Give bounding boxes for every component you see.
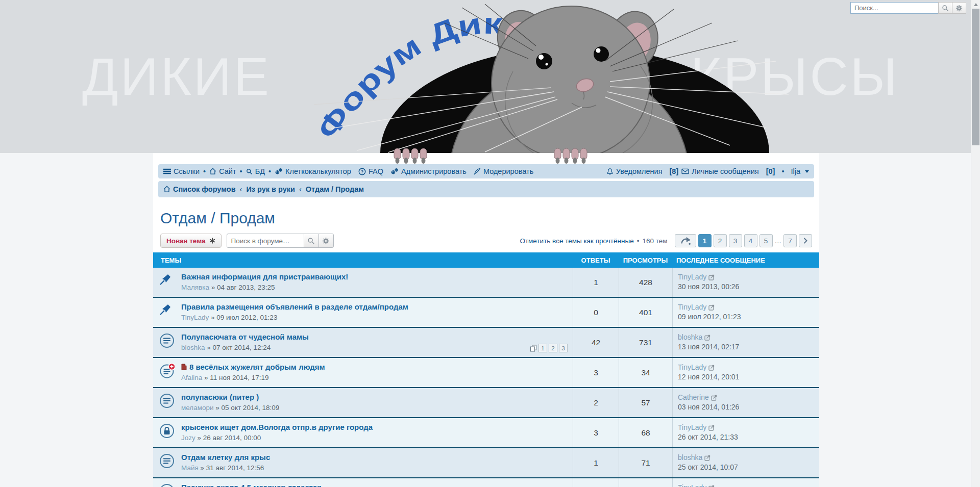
bell-icon [606, 168, 614, 175]
nav-faq[interactable]: ?FAQ [358, 167, 383, 175]
last-post-author-link[interactable]: bloshka [678, 453, 702, 462]
page-jump-button[interactable] [675, 234, 696, 247]
forum-search-input[interactable] [227, 234, 304, 248]
gear-icon [955, 5, 963, 12]
nav-site[interactable]: Сайт [209, 167, 236, 175]
topic-title-link[interactable]: Отдам клетку для крыс [181, 452, 270, 462]
global-search-button[interactable] [938, 2, 952, 14]
goto-last-post-icon[interactable] [704, 333, 711, 341]
topic-title-link[interactable]: Важная информация для пристраивающих! [181, 272, 348, 281]
goto-last-post-icon[interactable] [708, 483, 715, 487]
topic-list-header: ТЕМЫ ОТВЕТЫ ПРОСМОТРЫ ПОСЛЕДНЕЕ СООБЩЕНИ… [153, 252, 819, 268]
replies-count: 42 [573, 328, 619, 357]
topic-author-link[interactable]: TinyLady [181, 314, 209, 321]
nav-private-messages[interactable]: Личные сообщения [0] [681, 167, 775, 175]
forum-search-button[interactable] [304, 234, 319, 248]
last-post-author-link[interactable]: Catherine [678, 393, 709, 401]
topic-author-link[interactable]: Малявка [181, 284, 209, 291]
user-menu[interactable]: Ilja [791, 167, 809, 175]
topic-meta: Майя » 31 авг 2014, 12:56 [181, 464, 270, 472]
goto-last-post-icon[interactable] [708, 303, 715, 311]
topic-page-link[interactable]: 1 [538, 344, 547, 352]
last-post-author-link[interactable]: TinyLady [678, 303, 706, 311]
quill-icon [474, 168, 481, 175]
topic-author-link[interactable]: меламори [181, 404, 214, 412]
nav-administer[interactable]: Администрировать [390, 167, 467, 175]
new-topic-button[interactable]: Новая тема [160, 234, 222, 248]
table-row: Пасючка около 4,5 месяцев отдается TinyL… [153, 478, 819, 487]
last-post-date: 30 ноя 2013, 00:26 [678, 283, 739, 291]
goto-last-post-icon[interactable] [704, 453, 711, 462]
goto-last-post-icon[interactable] [711, 393, 718, 401]
question-icon: ? [358, 168, 366, 175]
pagination: 1 2 3 4 5 … 7 [675, 234, 813, 247]
page-number[interactable]: 3 [729, 234, 742, 247]
nav-moderate[interactable]: Модерировать [474, 167, 533, 175]
breadcrumb-separator: ‹ [240, 185, 242, 193]
breadcrumb: Список форумов ‹ Из рук в руки ‹ Отдам /… [158, 181, 814, 197]
views-count: 401 [619, 298, 672, 327]
search-icon [942, 5, 949, 12]
global-search-options-button[interactable] [952, 2, 966, 14]
last-post-author-link[interactable]: TinyLady [678, 273, 706, 281]
topic-page-link[interactable]: 3 [559, 344, 568, 352]
svg-text:?: ? [361, 169, 363, 174]
global-search-input[interactable] [850, 2, 939, 14]
topic-author-link[interactable]: Jozy [181, 434, 195, 442]
breadcrumb-current-forum[interactable]: Отдам / Продам [306, 185, 364, 193]
pages-icon [530, 345, 537, 352]
last-post-author-link[interactable]: bloshka [678, 333, 702, 341]
scroll-up-arrow-icon[interactable] [971, 0, 980, 9]
next-page-button[interactable] [799, 234, 812, 247]
replies-count: 2 [573, 388, 619, 417]
topic-title-link[interactable]: 8 весёлых жужелят добрым людям [181, 362, 325, 372]
page-number-current[interactable]: 1 [698, 234, 712, 247]
table-row: Правила размещения объявлений в разделе … [153, 298, 819, 328]
topic-title-link[interactable]: крысенок ищет дом.Вологда отпр.в другие … [181, 422, 373, 432]
gears-icon [275, 168, 283, 175]
global-search [850, 2, 966, 14]
topic-author-link[interactable]: bloshka [181, 344, 205, 351]
page-number[interactable]: 2 [714, 234, 727, 247]
nav-notifications[interactable]: Уведомления [8] [606, 167, 678, 175]
topic-title-link[interactable]: Пасючка около 4,5 месяцев отдается [181, 482, 322, 487]
topic-title-link[interactable]: Полупасючата от чудесной мамы [181, 332, 309, 342]
nav-separator: • [268, 167, 271, 175]
table-row: крысенок ищет дом.Вологда отпр.в другие … [153, 418, 819, 448]
goto-last-post-icon[interactable] [708, 273, 715, 281]
goto-last-post-icon[interactable] [708, 423, 715, 431]
nav-separator: • [240, 167, 242, 175]
topic-author-link[interactable]: Afalina [181, 374, 202, 381]
topic-title-link[interactable]: полупасюки (питер ) [181, 392, 279, 402]
nav-db[interactable]: БД [246, 167, 265, 175]
chevron-down-icon [805, 170, 809, 173]
goto-last-post-icon[interactable] [708, 363, 715, 371]
page-number[interactable]: 4 [744, 234, 757, 247]
topic-icon [159, 453, 175, 469]
scrollbar-thumb[interactable] [972, 9, 979, 145]
nav-links[interactable]: Ссылки [163, 167, 200, 175]
breadcrumb-parent-forum[interactable]: Из рук в руки [246, 185, 295, 193]
page-content: Ссылки • Сайт • БД • Клеткокалькулятор ?… [153, 153, 819, 487]
topic-meta: bloshka » 07 окт 2014, 12:24 [181, 344, 309, 351]
last-post-author-link[interactable]: TinyLady [678, 483, 706, 487]
page-number[interactable]: 5 [760, 234, 773, 247]
pagination-ellipsis: … [775, 234, 782, 247]
mark-topics-read-link[interactable]: Отметить все темы как прочтённые [520, 237, 633, 245]
topic-page-link[interactable]: 2 [549, 344, 557, 352]
topic-meta: TinyLady » 09 июл 2012, 01:23 [181, 314, 408, 321]
forum-search-options-button[interactable] [318, 234, 334, 248]
last-post-date: 03 ноя 2014, 01:26 [678, 403, 739, 411]
nav-cage-calculator[interactable]: Клеткокалькулятор [275, 167, 351, 175]
topic-title-link[interactable]: Правила размещения объявлений в разделе … [181, 302, 408, 312]
home-icon [209, 168, 216, 175]
last-post-author-link[interactable]: TinyLady [678, 423, 706, 431]
menu-icon [163, 168, 171, 174]
page-scrollbar[interactable] [971, 0, 980, 487]
breadcrumb-board-index[interactable]: Список форумов [163, 185, 236, 193]
last-post-author-link[interactable]: TinyLady [678, 363, 706, 371]
forum-search [227, 234, 334, 248]
views-count: 34 [619, 358, 672, 387]
topic-author-link[interactable]: Майя [181, 464, 199, 472]
page-number-last[interactable]: 7 [783, 234, 797, 247]
